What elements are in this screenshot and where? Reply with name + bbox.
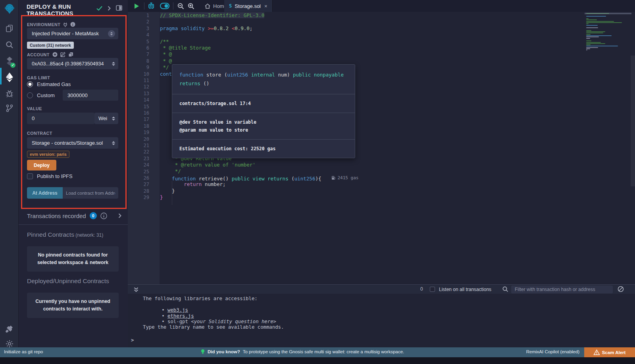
search-icon[interactable] [0,38,19,52]
code-line[interactable]: * @ [160,58,579,64]
code-line[interactable]: * @title Storage [160,45,579,51]
code-line[interactable]: } [160,188,579,194]
copilot-toggle[interactable] [158,0,171,12]
tooltip-signature-token: public [293,72,311,78]
line-number: 28 [133,188,149,194]
minimap-row [586,42,601,43]
solidity-compiler-icon[interactable]: ✓ [0,54,19,68]
code-line[interactable]: */ [160,168,579,174]
transaction-filter-input[interactable] [511,285,613,293]
add-account-icon[interactable] [52,52,58,57]
code-line[interactable]: return number; [160,181,579,188]
tooltip-signature-token: nonpayable [314,72,344,78]
estimated-gas-radio-row[interactable]: Estimated Gas [27,81,71,87]
editor-scrollbar[interactable] [631,56,635,186]
git-init-status[interactable]: Initialize as git repo [4,349,43,354]
gas-estimate-chip: 2415 gas [331,175,358,181]
code-line[interactable]: } [160,194,579,201]
code-line[interactable] [160,19,579,25]
contract-value: Storage - contracts/Storage.sol [32,140,108,146]
edit-account-icon[interactable] [60,52,65,57]
code-line[interactable]: pragma solidity >=0.8.2 <0.9.0; [160,25,579,32]
git-icon[interactable] [0,102,19,115]
scam-alert-button[interactable]: Scam Alert [584,347,635,357]
home-icon [205,4,210,9]
debugger-icon[interactable] [0,87,19,100]
copilot-status[interactable]: RemixAI Copilot (enabled) [526,349,579,354]
gas-limit-label: GAS LIMIT [27,75,50,80]
code-line[interactable]: function retrieve() public view returns … [160,175,579,181]
line-number: 26 [133,175,149,181]
line-number: 7 [133,51,149,57]
minimap-row [586,43,605,44]
transactions-info-icon[interactable] [100,213,107,219]
transactions-expand-chevron-icon[interactable] [118,213,121,219]
deployed-contracts-title: Deployed/Unpinned Contracts [27,278,109,285]
tab-storage-sol[interactable]: S Storage.sol × [224,0,273,12]
code-line[interactable]: * @return value of 'number' [160,162,579,168]
publish-ipfs-row[interactable]: Publish to IPFS [27,173,73,179]
clear-terminal-icon[interactable] [618,286,624,294]
environment-select[interactable]: Injected Provider - MetaMask [27,28,118,39]
code-token: cont [160,71,172,77]
at-address-input[interactable] [63,187,118,199]
info-icon[interactable]: i [70,22,75,27]
value-unit-select[interactable]: Wei [94,113,118,124]
publish-ipfs-checkbox[interactable] [27,173,33,179]
minimap-row [586,23,589,24]
custom-gas-input[interactable] [63,90,118,101]
section-divider [19,224,128,225]
line-number: 14 [133,97,149,103]
tab-close-icon[interactable]: × [264,3,267,9]
terminal-prompt[interactable]: > [131,337,134,343]
remix-logo-icon[interactable] [0,2,19,16]
code-editor[interactable]: 1234567891011121314151617181920212223242… [128,12,635,284]
value-input[interactable] [27,113,94,124]
deployed-empty-alert: Currently you have no unpinned contracts… [27,293,119,318]
minimap-row [586,27,598,28]
contract-select[interactable]: Storage - contracts/Storage.sol [27,137,118,149]
zoom-out-icon[interactable] [175,0,186,12]
code-token: retrieve [199,175,223,181]
listen-transactions-checkbox[interactable] [430,287,435,292]
custom-gas-radio[interactable] [27,92,33,98]
code-token [229,25,232,31]
deploy-button[interactable]: Deploy [27,160,56,171]
panel-pin-icon[interactable] [116,5,122,12]
editor-minimap[interactable] [586,13,630,51]
toolbar-separator [173,2,173,10]
panel-check-icon [96,5,102,12]
plug-icon[interactable] [63,22,67,27]
account-select[interactable]: 0xA03...85ac4 (0.398673504934 [27,58,118,69]
main-area: Home S Storage.sol × 1234567891011121314… [128,0,635,347]
code-token: uint256 [294,175,316,181]
zoom-in-icon[interactable] [186,0,196,12]
code-line[interactable]: * @ [160,51,579,57]
run-script-button[interactable] [131,0,142,12]
panel-collapse-chevron-icon[interactable] [108,5,111,12]
code-token: /** [160,38,169,44]
line-number: 17 [133,116,149,123]
code-line[interactable]: // SPDX-License-Identifier: GPL-3.0 [160,12,579,19]
terminal-expand-icon[interactable] [131,285,141,294]
code-line[interactable] [160,32,579,38]
line-number: 29 [133,194,149,201]
file-explorer-icon[interactable] [0,22,19,35]
terminal-header: 0 Listen on all transactions [128,284,635,294]
estimated-gas-radio[interactable] [27,81,33,87]
plugin-manager-icon[interactable] [0,322,19,335]
line-number: 21 [133,142,149,149]
terminal-output[interactable]: The following libraries are accessible: … [128,294,635,347]
code-line[interactable]: /** [160,38,579,45]
at-address-button[interactable]: At Address [27,187,63,199]
custom-gas-label: Custom [37,92,55,98]
listen-transactions-label: Listen on all transactions [439,287,491,292]
remixai-assistant-icon[interactable] [145,0,157,12]
did-you-know-text: To prototype using the Gnosis safe multi… [243,349,404,354]
code-token: } [160,188,175,194]
scam-alert-label: Scam Alert [602,350,626,355]
copy-account-icon[interactable] [68,52,73,57]
tooltip-signature-token: returns [179,80,200,86]
custom-gas-radio-row[interactable]: Custom [27,92,55,98]
deploy-run-icon[interactable] [0,71,19,84]
